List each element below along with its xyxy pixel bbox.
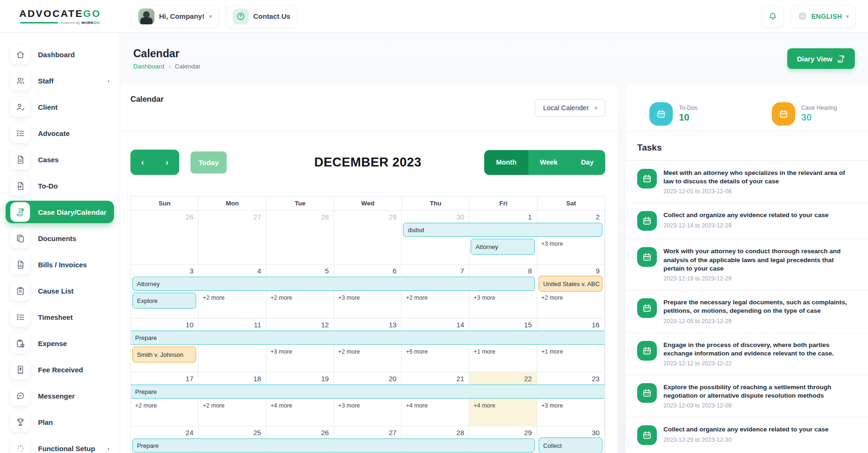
calendar-event[interactable]: Collect bbox=[539, 438, 602, 453]
task-item[interactable]: Work with your attorney to conduct thoro… bbox=[626, 239, 868, 290]
sidebar-nav: Dashboard › Staff › Client › Advocate › … bbox=[0, 33, 120, 453]
app-logo[interactable]: ADVOCATEGO Powered By WORKDO bbox=[0, 8, 120, 25]
calendar-event[interactable]: dsdsd bbox=[403, 223, 602, 237]
day-cell[interactable]: 8 bbox=[469, 264, 537, 318]
more-events-link[interactable]: +2 more bbox=[203, 294, 224, 301]
more-events-link[interactable]: +5 more bbox=[406, 348, 427, 355]
language-selector[interactable]: ENGLISH ▾ bbox=[791, 5, 856, 28]
calendar-source-select[interactable]: Local Calender ▾ bbox=[535, 99, 605, 117]
day-cell[interactable]: 23 bbox=[537, 372, 605, 426]
more-events-link[interactable]: +1 more bbox=[541, 348, 563, 355]
day-cell[interactable]: 28 bbox=[266, 211, 334, 264]
day-cell[interactable]: 18 bbox=[198, 372, 266, 426]
task-item[interactable]: Meet with an attorney who specializes in… bbox=[626, 161, 868, 203]
calendar-event[interactable]: Prepare bbox=[131, 385, 605, 399]
more-events-link[interactable]: +3 more bbox=[473, 294, 495, 301]
day-cell[interactable]: 5 bbox=[266, 264, 334, 318]
view-week-button[interactable]: Week bbox=[528, 150, 570, 175]
day-cell[interactable]: 12 bbox=[266, 318, 334, 372]
calendar-event[interactable]: Attorney bbox=[132, 277, 535, 291]
day-cell[interactable]: 6 bbox=[334, 264, 402, 318]
task-item[interactable]: Explore the possibility of reaching a se… bbox=[626, 375, 868, 417]
more-events-link[interactable]: +4 more bbox=[271, 402, 292, 409]
day-cell[interactable]: 15 bbox=[469, 318, 537, 372]
day-cell[interactable]: 21 bbox=[402, 372, 469, 426]
breadcrumb-dashboard-link[interactable]: Dashboard bbox=[133, 63, 164, 70]
sidebar-item-label: Plan bbox=[38, 418, 53, 426]
task-item[interactable]: Engage in the process of discovery, wher… bbox=[626, 333, 868, 375]
more-events-link[interactable]: +3 more bbox=[541, 241, 563, 247]
contact-us-button[interactable]: Contact Us bbox=[226, 5, 297, 28]
sidebar-item-dashboard[interactable]: Dashboard › bbox=[6, 43, 114, 66]
sidebar-item-fee-received[interactable]: Fee Received › bbox=[6, 358, 114, 381]
sidebar-item-expense[interactable]: Expense › bbox=[6, 332, 114, 355]
calendar-icon bbox=[637, 341, 657, 361]
more-events-link[interactable]: +2 more bbox=[406, 294, 427, 301]
day-cell[interactable]: 13 bbox=[334, 318, 402, 372]
next-month-button[interactable]: › bbox=[155, 150, 179, 175]
more-events-link[interactable]: +4 more bbox=[473, 402, 495, 409]
diary-view-button[interactable]: Diary View bbox=[787, 48, 855, 69]
sidebar-item-staff[interactable]: Staff › bbox=[6, 69, 114, 92]
day-cell[interactable]: 14 bbox=[402, 318, 469, 372]
more-events-link[interactable]: +3 more bbox=[338, 402, 360, 409]
calendar-event[interactable]: Smith v. Johnson bbox=[132, 347, 196, 362]
sidebar-item-case-diary-calendar[interactable]: Case Diary/Calendar › bbox=[6, 201, 114, 223]
more-events-link[interactable]: +3 more bbox=[541, 402, 563, 409]
calendar-event[interactable]: Prepare bbox=[132, 438, 535, 453]
task-item[interactable]: Collect and organize any evidence relate… bbox=[626, 203, 868, 239]
sidebar-item-functional-setup[interactable]: Functional Setup › bbox=[6, 437, 114, 453]
day-cell[interactable]: 27 bbox=[198, 211, 266, 264]
sidebar-item-documents[interactable]: Documents › bbox=[6, 227, 114, 249]
task-item[interactable]: Collect and organize any evidence relate… bbox=[626, 417, 868, 453]
notifications-button[interactable] bbox=[761, 5, 784, 28]
day-cell[interactable]: 29 bbox=[334, 211, 402, 264]
user-menu[interactable]: Hi, Company! ▾ bbox=[131, 5, 219, 28]
today-button[interactable]: Today bbox=[190, 151, 227, 174]
day-cell[interactable]: 20 bbox=[334, 372, 402, 426]
day-cell[interactable]: 3 bbox=[131, 264, 198, 318]
more-events-link[interactable]: +1 more bbox=[473, 348, 495, 355]
day-cell[interactable]: 16 bbox=[537, 318, 605, 372]
day-cell[interactable]: 17 bbox=[131, 372, 198, 426]
calendar-event[interactable]: Attorney bbox=[471, 239, 534, 255]
day-cell[interactable]: 30 bbox=[402, 211, 469, 264]
more-events-link[interactable]: +4 more bbox=[406, 402, 427, 409]
sidebar-item-label: Expense bbox=[38, 340, 67, 347]
more-events-link[interactable]: +2 more bbox=[203, 402, 224, 409]
day-cell[interactable]: 10 bbox=[131, 318, 198, 372]
more-events-link[interactable]: +3 more bbox=[338, 294, 360, 301]
more-events-link[interactable]: +2 more bbox=[338, 348, 360, 355]
view-day-button[interactable]: Day bbox=[569, 150, 605, 175]
more-events-link[interactable]: +2 more bbox=[541, 294, 563, 301]
sidebar-item-plan[interactable]: Plan › bbox=[6, 411, 114, 433]
sidebar-item-to-do[interactable]: To-Do › bbox=[6, 174, 114, 197]
day-cell[interactable]: 7 bbox=[402, 264, 469, 318]
task-item[interactable]: Prepare the necessary legal documents, s… bbox=[626, 290, 868, 332]
more-events-link[interactable]: +3 more bbox=[271, 348, 292, 355]
sidebar-item-cause-list[interactable]: Cause List › bbox=[6, 279, 114, 302]
page-title: Calendar bbox=[133, 47, 200, 60]
day-cell[interactable]: 11 bbox=[198, 318, 266, 372]
sidebar-item-cases[interactable]: Cases › bbox=[6, 148, 114, 171]
more-events-link[interactable]: +2 more bbox=[135, 402, 157, 409]
calendar-event[interactable]: Explore bbox=[132, 293, 196, 309]
view-month-button[interactable]: Month bbox=[484, 150, 528, 175]
day-cell[interactable]: 1 bbox=[469, 211, 537, 264]
chevron-down-icon: ▾ bbox=[846, 13, 849, 20]
sidebar-item-advocate[interactable]: Advocate › bbox=[6, 122, 114, 144]
sidebar-item-timesheet[interactable]: Timesheet › bbox=[6, 306, 114, 328]
day-cell[interactable]: 4 bbox=[198, 264, 266, 318]
prev-month-button[interactable]: ‹ bbox=[130, 150, 155, 175]
more-events-link[interactable]: +2 more bbox=[271, 294, 292, 301]
day-cell[interactable]: 19 bbox=[266, 372, 334, 426]
calendar-event[interactable]: Prepare bbox=[131, 331, 605, 345]
sidebar-item-bills-invoices[interactable]: Bills / Invoices › bbox=[6, 253, 114, 276]
sidebar-item-client[interactable]: Client › bbox=[6, 96, 114, 118]
day-cell-today[interactable]: 22 bbox=[469, 372, 537, 426]
calendar-event[interactable]: United States v. ABC bbox=[539, 276, 602, 292]
task-list: Meet with an attorney who specializes in… bbox=[626, 160, 868, 453]
day-cell[interactable]: 26 bbox=[131, 211, 198, 264]
sidebar-item-messenger[interactable]: Messenger › bbox=[6, 385, 114, 407]
day-cell[interactable]: 2 bbox=[537, 211, 605, 264]
